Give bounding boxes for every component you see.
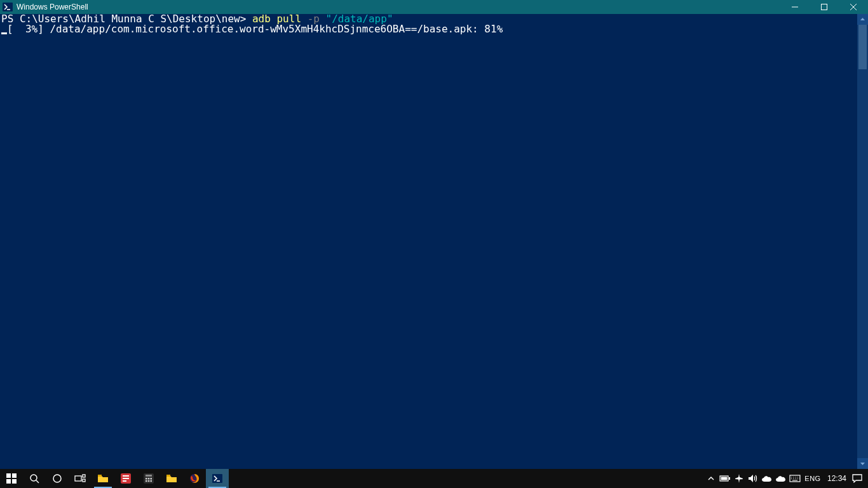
svg-rect-29 xyxy=(721,477,728,480)
svg-rect-9 xyxy=(83,475,85,477)
action-center-icon[interactable] xyxy=(850,469,864,488)
output-line: [ 3%] /data/app/com.microsoft.office.wor… xyxy=(1,23,503,35)
taskbar: ENG 12:34 xyxy=(0,469,868,488)
svg-rect-23 xyxy=(151,480,153,482)
system-tray: ENG 12:34 xyxy=(704,469,868,488)
svg-rect-10 xyxy=(83,479,85,482)
svg-rect-20 xyxy=(151,478,153,480)
svg-rect-1 xyxy=(822,4,827,10)
console-area[interactable]: PS C:\Users\Adhil Munna C S\Desktop\new>… xyxy=(0,14,857,469)
svg-rect-5 xyxy=(12,479,17,484)
svg-rect-8 xyxy=(75,476,81,481)
svg-rect-21 xyxy=(146,480,147,482)
svg-rect-17 xyxy=(146,475,152,477)
scroll-track[interactable] xyxy=(857,25,868,458)
svg-rect-4 xyxy=(6,479,11,484)
window-title: Windows PowerShell xyxy=(17,3,88,11)
powershell-icon xyxy=(3,2,13,12)
svg-rect-15 xyxy=(123,480,126,482)
svg-rect-2 xyxy=(6,473,11,478)
scroll-thumb[interactable] xyxy=(858,25,867,69)
taskbar-spacer xyxy=(229,469,704,488)
titlebar[interactable]: Windows PowerShell xyxy=(0,0,868,14)
taskbar-app-file-explorer-2[interactable] xyxy=(160,469,183,488)
svg-rect-19 xyxy=(148,478,150,480)
start-button[interactable] xyxy=(0,469,23,488)
svg-rect-11 xyxy=(98,475,102,477)
language-indicator[interactable]: ENG xyxy=(802,469,824,488)
taskbar-app-calculator[interactable] xyxy=(137,469,160,488)
taskbar-left xyxy=(0,469,229,488)
battery-icon[interactable] xyxy=(718,469,732,488)
taskbar-app-file-explorer[interactable] xyxy=(92,469,114,488)
airplane-mode-icon[interactable] xyxy=(732,469,746,488)
scroll-down-button[interactable] xyxy=(857,458,868,469)
svg-rect-28 xyxy=(729,477,730,480)
volume-icon[interactable] xyxy=(746,469,760,488)
svg-point-7 xyxy=(53,475,61,482)
onedrive-icon[interactable] xyxy=(760,469,774,488)
svg-rect-3 xyxy=(12,473,17,478)
cursor xyxy=(1,32,7,34)
taskbar-app-news[interactable] xyxy=(114,469,137,488)
svg-rect-22 xyxy=(148,480,150,482)
svg-rect-18 xyxy=(146,478,147,480)
close-button[interactable] xyxy=(839,0,868,14)
console-area-wrap: PS C:\Users\Adhil Munna C S\Desktop\new>… xyxy=(0,14,868,469)
svg-point-6 xyxy=(31,475,37,481)
vertical-scrollbar[interactable] xyxy=(857,14,868,469)
onedrive-sync-icon[interactable] xyxy=(774,469,788,488)
minimize-button[interactable] xyxy=(780,0,810,14)
taskbar-app-powershell[interactable] xyxy=(206,469,229,488)
powershell-window: Windows PowerShell PS C:\Users\Adhil Mun… xyxy=(0,0,868,469)
cortana-button[interactable] xyxy=(46,469,69,488)
svg-rect-24 xyxy=(166,475,170,477)
svg-rect-13 xyxy=(123,475,129,477)
maximize-button[interactable] xyxy=(810,0,839,14)
scroll-up-button[interactable] xyxy=(857,14,868,25)
search-button[interactable] xyxy=(23,469,46,488)
output-text: [ 3%] /data/app/com.microsoft.office.wor… xyxy=(7,23,503,35)
taskbar-app-firefox[interactable] xyxy=(183,469,206,488)
keyboard-icon[interactable] xyxy=(788,469,802,488)
task-view-button[interactable] xyxy=(69,469,92,488)
svg-rect-14 xyxy=(123,478,129,479)
tray-overflow-button[interactable] xyxy=(704,469,718,488)
clock[interactable]: 12:34 xyxy=(824,469,850,488)
